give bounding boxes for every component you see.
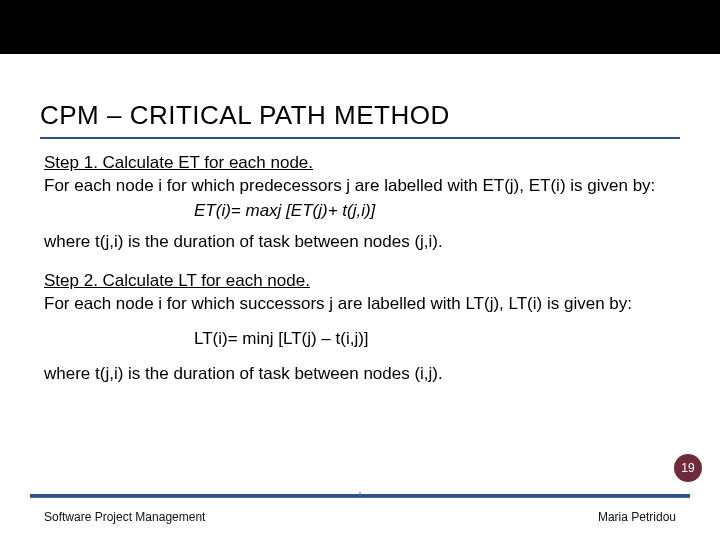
step2-label: Step 2. Calculate LT for each node. — [44, 271, 310, 290]
step1-desc: For each node i for which predecessors j… — [44, 176, 655, 195]
step2-formula: LT(i)= minj [LT(j) – t(i,j)] — [44, 328, 676, 351]
slide-body: Step 1. Calculate ET for each node. For … — [44, 152, 676, 392]
step1-formula: ET(i)= maxj [ET(j)+ t(j,i)] — [44, 200, 676, 223]
slide-title: CPM – CRITICAL PATH METHOD — [40, 100, 680, 139]
step1-label: Step 1. Calculate ET for each node. — [44, 153, 313, 172]
page-number-badge: 19 — [674, 454, 702, 482]
step2-where: where t(j,i) is the duration of task bet… — [44, 363, 676, 386]
slide: CPM – CRITICAL PATH METHOD Step 1. Calcu… — [0, 0, 720, 540]
step2-desc: For each node i for which successors j a… — [44, 294, 632, 313]
step1-block: Step 1. Calculate ET for each node. For … — [44, 152, 676, 223]
step2-block: Step 2. Calculate LT for each node. For … — [44, 270, 676, 316]
step1-where: where t(j,i) is the duration of task bet… — [44, 231, 676, 254]
footer-rule-tick — [360, 492, 361, 498]
footer-left: Software Project Management — [44, 510, 205, 524]
top-bar — [0, 0, 720, 54]
footer-right: Maria Petridou — [598, 510, 676, 524]
